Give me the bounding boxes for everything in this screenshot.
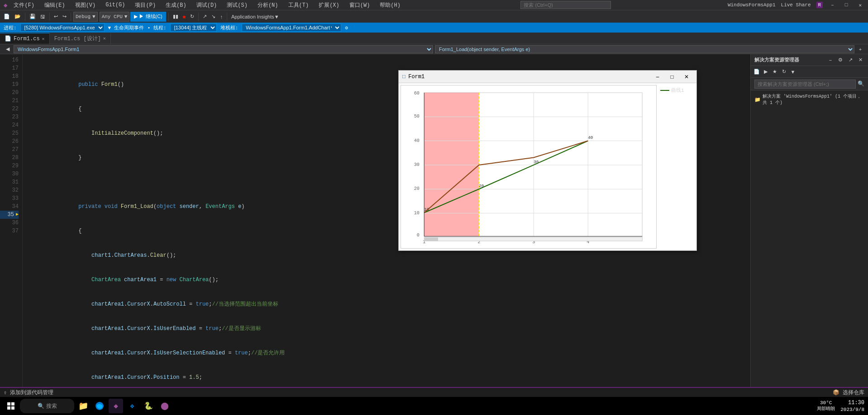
sidebar-collapse-btn[interactable]: − — [826, 56, 835, 64]
line-24: 24 — [0, 121, 19, 129]
line-25: 25 — [0, 129, 19, 137]
sidebar-close-btn[interactable]: ✕ — [856, 56, 864, 64]
tab-form1-designer[interactable]: Form1.cs [设计] ✕ — [50, 33, 111, 44]
save-all-btn[interactable]: 🖫 — [38, 12, 47, 22]
taskbar-search-btn[interactable]: 🔍 搜索 — [20, 399, 74, 413]
solution-label: 解决方案 'WindowsFormsApp1' (1 个项目，共 1 个) — [763, 93, 864, 106]
sidebar-toolbar-btn-4[interactable]: ↻ — [780, 68, 788, 76]
restart-btn[interactable]: ↻ — [188, 12, 196, 22]
close-btn[interactable]: ✕ — [856, 2, 864, 8]
taskbar-vs-icon[interactable]: ◆ — [109, 399, 123, 413]
nav-back-btn[interactable]: ◀ — [4, 45, 12, 53]
new-project-btn[interactable]: 📄 — [2, 12, 12, 22]
tab-close-btn[interactable]: ✕ — [42, 36, 45, 42]
run-icon: ▶ — [134, 14, 138, 19]
restore-btn[interactable]: □ — [842, 2, 851, 8]
sidebar-toolbar-btn-1[interactable]: 📄 — [753, 68, 761, 76]
class-nav-dropdown[interactable]: WindowsFormsApp1.Form1 — [14, 45, 433, 53]
menu-file[interactable]: 文件(F) — [10, 0, 38, 10]
pause-btn[interactable]: ▮▮ — [171, 12, 180, 22]
taskbar-edge-icon[interactable] — [92, 399, 107, 413]
menu-project[interactable]: 项目(P) — [131, 0, 159, 10]
svg-text:20: 20 — [479, 184, 484, 189]
tab-form1-cs[interactable]: 📄 Form1.cs ✕ — [0, 33, 50, 44]
line-23: 23 — [0, 113, 19, 121]
weather-widget[interactable]: 30°C 局部晴朗 — [817, 400, 835, 412]
step-over-btn[interactable]: ↗ — [201, 12, 209, 22]
live-share-btn[interactable]: Live Share — [781, 2, 811, 8]
sidebar-undock-btn[interactable]: ↗ — [846, 56, 854, 64]
debug-marker-icon: ► — [16, 211, 19, 219]
redo-btn[interactable]: ↪ — [61, 12, 68, 22]
sidebar-toolbar-btn-3[interactable]: ★ — [771, 68, 779, 76]
search-label-taskbar: 搜索 — [46, 402, 57, 410]
designer-tab-label: Form1.cs [设计] — [54, 35, 101, 42]
menu-window[interactable]: 窗口(W) — [346, 0, 374, 10]
svg-text:60: 60 — [414, 90, 420, 96]
solution-search-input[interactable] — [754, 80, 856, 89]
form1-minimize-btn[interactable]: – — [651, 72, 664, 81]
lifecycle-btn[interactable]: ▼ 生命周期事件 — [108, 24, 144, 31]
menu-debug[interactable]: 调试(D) — [193, 0, 221, 10]
solution-icon: 📁 — [754, 97, 761, 103]
svg-rect-35 — [424, 237, 642, 241]
step-into-btn[interactable]: ↘ — [210, 12, 217, 22]
menu-view[interactable]: 视图(V) — [72, 0, 100, 10]
taskbar-python-icon[interactable]: 🐍 — [141, 399, 156, 413]
tab-close-btn-2[interactable]: ✕ — [103, 36, 106, 41]
taskbar-folder-icon[interactable]: 📁 — [76, 399, 91, 413]
line-26: 26 — [0, 137, 19, 146]
chevron-down-icon: ▼ — [92, 14, 95, 19]
sidebar-toolbar-btn-5[interactable]: ▼ — [789, 68, 797, 76]
add-source-btn[interactable]: ⇧ 添加到源代码管理 — [4, 389, 53, 396]
menu-extensions[interactable]: 扩展(X) — [315, 0, 343, 10]
menu-build[interactable]: 生成(B) — [162, 0, 190, 10]
svg-rect-36 — [424, 237, 438, 241]
nav-expand-btn[interactable]: + — [856, 45, 864, 53]
menu-git[interactable]: Git(G) — [102, 1, 129, 9]
select-repo-btn[interactable]: 📦 选择仓库 — [833, 389, 864, 396]
thread-dropdown[interactable]: [13044] 主线程 — [170, 24, 217, 32]
menu-test[interactable]: 测试(S) — [223, 0, 251, 10]
tab-label: Form1.cs — [14, 36, 40, 42]
undo-btn[interactable]: ↩ — [52, 12, 60, 22]
open-btn[interactable]: 📂 — [13, 12, 23, 22]
app-insights-btn[interactable]: Application Insights ▼ — [229, 12, 281, 22]
line-22: 22 — [0, 105, 19, 113]
process-dropdown[interactable]: [5280] WindowsFormsApp1.exe — [20, 24, 105, 32]
form1-restore-btn[interactable]: □ — [666, 72, 678, 81]
menu-edit[interactable]: 编辑(E) — [41, 0, 69, 10]
taskbar-app-icon[interactable]: ⬤ — [157, 399, 172, 413]
line-20: 20 — [0, 89, 19, 97]
step-out-btn[interactable]: ↑ — [218, 12, 224, 22]
global-search-input[interactable] — [520, 1, 611, 9]
form1-close-btn[interactable]: ✕ — [680, 72, 693, 81]
line-16: 16 — [0, 56, 19, 64]
sidebar-toolbar-btn-2[interactable]: ▶ — [762, 68, 770, 76]
time-label: 11:30 — [848, 400, 864, 406]
svg-text:20: 20 — [414, 186, 420, 191]
solution-root-item[interactable]: 📁 解决方案 'WindowsFormsApp1' (1 个项目，共 1 个) — [753, 92, 866, 107]
start-button[interactable] — [4, 399, 18, 413]
line-18: 18 — [0, 72, 19, 80]
stop-btn[interactable]: ■ — [181, 12, 188, 22]
location-dropdown[interactable]: WindowsFormsApp1.Form1.AddChart▼ — [242, 24, 341, 32]
location-label: 堆栈框: — [220, 24, 238, 31]
menu-tools[interactable]: 工具(T) — [285, 0, 313, 10]
sidebar-settings-btn[interactable]: ⚙ — [836, 56, 844, 64]
run-label: ▶ 继续(C) — [139, 13, 162, 20]
menu-analyze[interactable]: 分析(N) — [254, 0, 282, 10]
save-btn[interactable]: 💾 — [28, 12, 38, 22]
run-button[interactable]: ▶ ▶ 继续(C) — [130, 12, 166, 22]
form1-content: 0 10 20 30 40 50 60 1 2 3 4 10 2 — [399, 83, 696, 250]
minimize-btn[interactable]: – — [828, 2, 837, 8]
debug-config-dropdown[interactable]: Debug ▼ — [73, 12, 98, 22]
svg-text:40: 40 — [588, 135, 593, 140]
menu-help[interactable]: 帮助(H) — [376, 0, 404, 10]
chart-area[interactable]: 0 10 20 30 40 50 60 1 2 3 4 10 2 — [401, 85, 657, 249]
method-nav-dropdown[interactable]: Form1_Load(object sender, EventArgs e) — [435, 45, 854, 53]
cpu-dropdown[interactable]: Any CPU ▼ — [100, 12, 130, 22]
toolbar-sep-4 — [168, 13, 169, 21]
vs-status-right: 📦 选择仓库 — [833, 389, 864, 396]
taskbar-vscode-icon[interactable]: ❖ — [125, 399, 139, 413]
